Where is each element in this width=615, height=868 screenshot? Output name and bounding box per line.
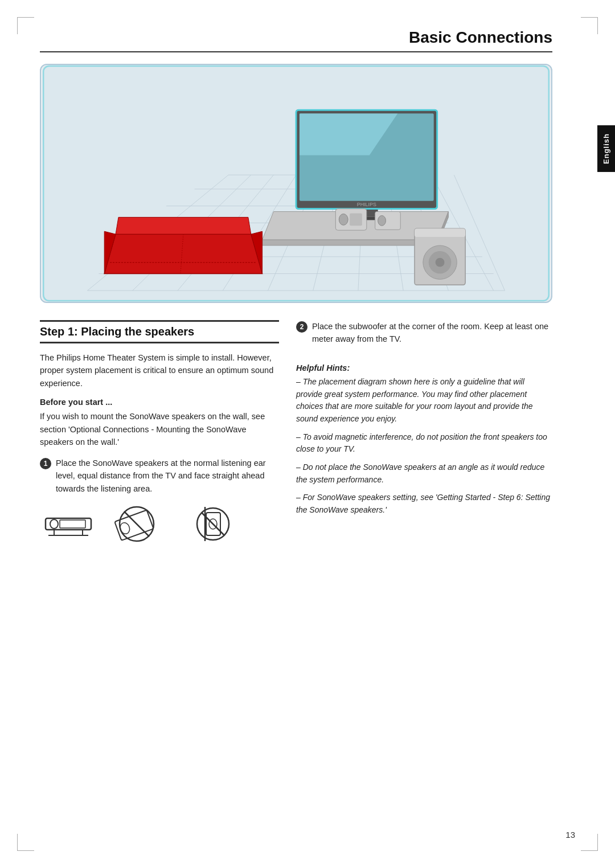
before-start-label: Before you start ... bbox=[40, 398, 279, 407]
step-label: Step 1: Placing the speakers bbox=[40, 325, 194, 338]
svg-marker-21 bbox=[263, 240, 437, 245]
corner-mark-tl bbox=[17, 17, 34, 34]
svg-rect-36 bbox=[415, 228, 465, 237]
hint-3: – Do not place the SonoWave speakers at … bbox=[296, 461, 552, 486]
svg-text:PHILIPS: PHILIPS bbox=[357, 202, 376, 207]
step-number-2: 2 bbox=[296, 321, 308, 333]
svg-marker-40 bbox=[104, 234, 262, 273]
hint-2: – To avoid magnetic interference, do not… bbox=[296, 431, 552, 456]
corner-mark-bl bbox=[17, 834, 34, 851]
speaker-placement-icons bbox=[40, 504, 279, 544]
step-1-text: Place the SonoWave speakers at the norma… bbox=[56, 457, 279, 495]
speaker-angled-wrong-icon bbox=[108, 504, 165, 544]
svg-rect-32 bbox=[350, 213, 362, 226]
step-2-text: Place the subwoofer at the corner of the… bbox=[312, 320, 552, 346]
left-column: Step 1: Placing the speakers The Philips… bbox=[40, 320, 279, 544]
corner-mark-tr bbox=[581, 17, 598, 34]
before-start-text: If you wish to mount the SonoWave speake… bbox=[40, 410, 279, 448]
room-illustration: PHILIPS bbox=[40, 64, 552, 303]
helpful-hints-label: Helpful Hints: bbox=[296, 363, 552, 372]
hint-4: – For SonoWave speakers setting, see 'Ge… bbox=[296, 492, 552, 516]
right-column: 2 Place the subwoofer at the corner of t… bbox=[296, 320, 552, 544]
svg-point-31 bbox=[339, 214, 348, 225]
step-number-1: 1 bbox=[40, 458, 51, 469]
svg-point-39 bbox=[436, 258, 445, 267]
speaker-wall-wrong-icon bbox=[177, 504, 233, 544]
page-number: 13 bbox=[565, 830, 575, 840]
intro-text: The Philips Home Theater System is simpl… bbox=[40, 351, 279, 390]
svg-point-48 bbox=[50, 519, 58, 529]
step-1-item: 1 Place the SonoWave speakers at the nor… bbox=[40, 457, 279, 495]
page-title: Basic Connections bbox=[40, 28, 552, 52]
step-heading: Step 1: Placing the speakers bbox=[40, 320, 279, 343]
svg-rect-49 bbox=[60, 520, 85, 528]
language-tab: English bbox=[597, 125, 615, 172]
svg-point-34 bbox=[378, 215, 386, 226]
speaker-correct-icon bbox=[40, 504, 97, 544]
svg-marker-41 bbox=[116, 217, 251, 234]
hint-1: – The placement diagram shown here is on… bbox=[296, 376, 552, 425]
hints-list: – The placement diagram shown here is on… bbox=[296, 376, 552, 517]
step-2-item: 2 Place the subwoofer at the corner of t… bbox=[296, 320, 552, 346]
corner-mark-br bbox=[581, 834, 598, 851]
